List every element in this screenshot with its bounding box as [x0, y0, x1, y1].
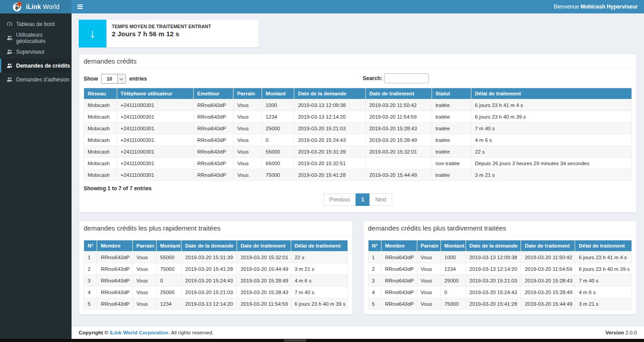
table-cell: 25000: [157, 286, 182, 298]
sidebar-item-utilisateurs-geolocalises[interactable]: Utilisateurs géolocalisés: [0, 31, 72, 45]
table-cell: 5: [368, 298, 381, 310]
column-header[interactable]: Téléphone utilisateur: [117, 88, 194, 99]
table-cell: RRnsi643dP: [381, 298, 417, 310]
column-header[interactable]: Montant: [157, 240, 182, 252]
table-cell: traitée: [432, 169, 471, 181]
sidebar-item-label: Superviseur: [16, 49, 45, 55]
panel-tardivement-traitees: demandes crédits les plus tardivement tr…: [363, 221, 637, 315]
table-cell: Mobicash: [84, 111, 117, 123]
table-cell: Mobicash: [84, 123, 117, 134]
table-cell: [365, 158, 432, 169]
table-row: Mobicash+24111000301RRnsi643dPVous123420…: [84, 111, 632, 123]
column-header[interactable]: Montant: [441, 240, 466, 252]
panel-demandes-credits: demandes crédits Show 10 entries: [79, 54, 637, 213]
users-icon: [7, 49, 13, 55]
table-cell: +24111000301: [117, 99, 194, 111]
column-header[interactable]: Statut: [432, 88, 471, 99]
users-icon: [7, 77, 13, 82]
table-cell: RRnsi643dP: [194, 99, 233, 111]
pagination-page-1-button[interactable]: 1: [356, 193, 370, 206]
table-cell: 6 jours 23 h 41 m 4 s: [471, 99, 632, 111]
table-cell: 7 m 40 s: [575, 275, 632, 286]
panel-title: demandes crédits: [79, 54, 636, 68]
table-cell: 22 s: [471, 146, 632, 158]
column-header[interactable]: Délai de traitement: [291, 240, 347, 252]
table-cell: RRnsi643dP: [97, 275, 133, 286]
horizontal-scrollbar[interactable]: [0, 339, 644, 342]
pagination-next-button[interactable]: Next: [369, 193, 392, 206]
table-cell: 6 jours 23 h 40 m 39 s: [575, 263, 632, 275]
pagination-previous-button[interactable]: Previous: [323, 193, 356, 206]
table-cell: Vous: [417, 275, 441, 286]
table-cell: 22 s: [291, 252, 347, 263]
column-header[interactable]: Emetteur: [194, 88, 233, 99]
globe-pin-logo-icon: [12, 1, 23, 12]
horizontal-scrollbar-thumb[interactable]: [284, 339, 306, 342]
table-cell: Depuis 26 jours 3 heures 29 minutes 34 s…: [471, 158, 632, 169]
table-cell: traitée: [432, 111, 471, 123]
table-row: 2RRnsi643dPVous750002019-03-20 15:41:282…: [84, 263, 348, 275]
table-row: Mobicash+24111000301RRnsi643dPVous100020…: [84, 99, 632, 111]
column-header[interactable]: N°: [368, 240, 381, 252]
column-header[interactable]: Délai de traitement: [575, 240, 632, 252]
column-header[interactable]: Membre: [97, 240, 133, 252]
sidebar-item-demandes-de-credits[interactable]: Demandes de crédits: [0, 59, 72, 73]
table-row: Mobicash+24111000301RRnsi643dPVous250002…: [84, 123, 632, 134]
sidebar-toggle-button[interactable]: [72, 0, 89, 13]
table-row: 2RRnsi643dPVous12342019-03-13 12:14:2020…: [368, 263, 632, 275]
page-size-select[interactable]: 10: [101, 74, 126, 84]
brand-logo[interactable]: iLink World: [0, 0, 72, 13]
search-label: Search:: [363, 75, 382, 81]
table-cell: 4 m 6 s: [575, 286, 632, 298]
table-cell: Mobicash: [84, 134, 117, 146]
table-cell: Vous: [233, 146, 262, 158]
table-cell: RRnsi643dP: [97, 252, 133, 263]
column-header[interactable]: Date de la demande: [466, 240, 521, 252]
table-row: 5RRnsi643dPVous12342019-03-13 12:14:2020…: [84, 298, 348, 310]
table-cell: 2019-03-20 15:21:03: [294, 123, 365, 134]
table-cell: Mobicash: [84, 158, 117, 169]
column-header[interactable]: Montant: [262, 88, 294, 99]
column-header[interactable]: Date de traitement: [521, 240, 575, 252]
column-header[interactable]: Membre: [381, 240, 417, 252]
table-cell: 2019-03-20 15:32:51: [294, 158, 365, 169]
company-link[interactable]: iLink World Corporation: [110, 330, 168, 335]
table-cell: 2019-03-20 15:28:43: [365, 123, 432, 134]
column-header[interactable]: Date de traitement: [365, 88, 432, 99]
column-header[interactable]: Réseau: [84, 88, 117, 99]
table-cell: 7 m 40 s: [291, 286, 347, 298]
table-cell: RRnsi643dP: [97, 298, 133, 310]
column-header[interactable]: Délai de traitement: [471, 88, 632, 99]
panel-title: demandes crédits les plus tardivement tr…: [364, 221, 637, 235]
demandes-credits-table: RéseauTéléphone utilisateurEmetteurParra…: [84, 88, 632, 181]
column-header[interactable]: Parrain: [417, 240, 441, 252]
column-header[interactable]: Parrain: [133, 240, 157, 252]
column-header[interactable]: Parrain: [233, 88, 262, 99]
sidebar-item-demandes-adhesion[interactable]: Demandes d'adhésion: [0, 73, 72, 86]
table-summary: Showing 1 to 7 of 7 entries: [84, 185, 632, 192]
info-box-temps-moyen: ↓ TEMPS MOYEN DE TRAITEMENT ENTRANT 2 Jo…: [79, 20, 258, 47]
table-cell: 1: [368, 252, 381, 263]
sidebar-item-tableau-de-bord[interactable]: Tableau de bord: [0, 17, 72, 31]
column-header[interactable]: N°: [84, 240, 97, 252]
sidebar-item-label: Demandes d'adhésion: [16, 77, 69, 83]
table-cell: Vous: [233, 134, 262, 146]
search-control: Search:: [363, 73, 429, 83]
table-cell: 2019-03-20 15:41:28: [294, 169, 365, 181]
table-cell: traitée: [432, 123, 471, 134]
column-header[interactable]: Date de la demande: [182, 240, 237, 252]
column-header[interactable]: Date de traitement: [237, 240, 291, 252]
table-cell: 2019-03-13 12:09:38: [466, 252, 521, 263]
table-cell: Vous: [233, 169, 262, 181]
pagination: Previous 1 Next: [84, 193, 632, 208]
column-header[interactable]: Date de la demande: [294, 88, 365, 99]
table-cell: Vous: [417, 263, 441, 275]
table-cell: 2019-03-20 11:50:42: [365, 99, 432, 111]
table-cell: 3 m 21 s: [471, 169, 632, 181]
table-cell: 2: [368, 263, 381, 275]
table-cell: 2019-03-13 12:09:38: [294, 99, 365, 111]
sidebar-item-superviseur[interactable]: Superviseur: [0, 45, 72, 59]
search-input[interactable]: [384, 73, 429, 83]
table-cell: 0: [262, 134, 294, 146]
hamburger-icon: [77, 4, 83, 5]
